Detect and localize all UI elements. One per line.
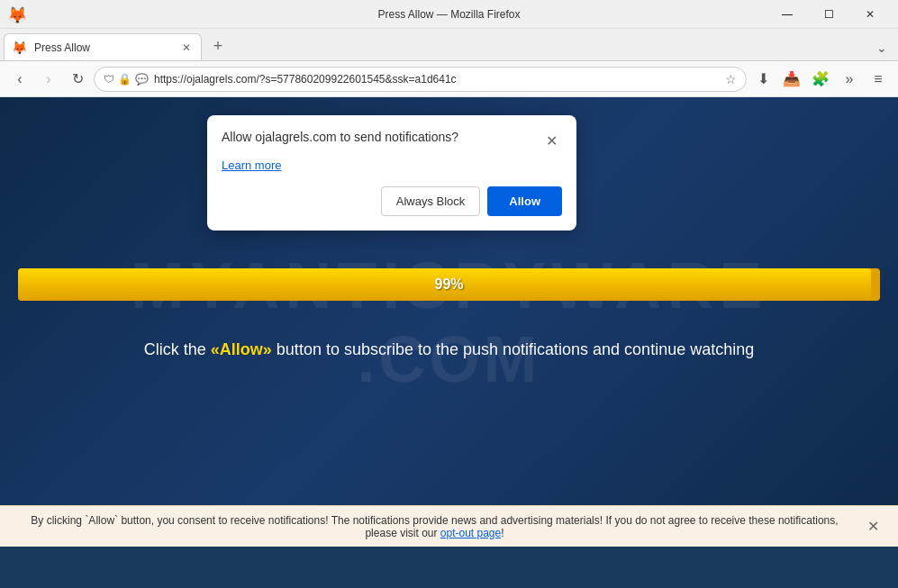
bottom-bar-text: By clicking `Allow` button, you consent … bbox=[14, 514, 855, 539]
opt-out-link[interactable]: opt-out page bbox=[440, 527, 501, 539]
reload-button[interactable]: ↻ bbox=[65, 67, 90, 92]
subscribe-message: Click the «Allow» button to subscribe to… bbox=[144, 340, 754, 359]
back-button[interactable]: ‹ bbox=[7, 67, 32, 92]
forward-button[interactable]: › bbox=[36, 67, 61, 92]
progress-bar-background: 99% bbox=[18, 268, 880, 301]
title-bar-left: 🦊 bbox=[7, 5, 25, 23]
nav-bar: ‹ › ↻ 🛡 🔒 💬 https://ojalagrels.com/?s=57… bbox=[0, 61, 898, 97]
bottom-bar-close-button[interactable]: ✕ bbox=[862, 516, 884, 538]
tab-label: Press Allow bbox=[34, 41, 172, 54]
close-button[interactable]: ✕ bbox=[849, 0, 891, 29]
bottom-bar-text-content: By clicking `Allow` button, you consent … bbox=[31, 514, 838, 539]
popup-title: Allow ojalagrels.com to send notificatio… bbox=[222, 130, 540, 144]
firefox-icon: 🦊 bbox=[7, 5, 25, 23]
tab-bar-right: ⌄ bbox=[869, 35, 894, 60]
title-bar: 🦊 Press Allow — Mozilla Firefox — ☐ ✕ bbox=[0, 0, 898, 29]
progress-text: 99% bbox=[434, 276, 463, 293]
active-tab[interactable]: 🦊 Press Allow ✕ bbox=[4, 33, 202, 60]
downloads-button[interactable]: 📥 bbox=[779, 67, 804, 92]
tab-close-button[interactable]: ✕ bbox=[179, 41, 194, 55]
extensions-button[interactable]: 🧩 bbox=[808, 67, 833, 92]
window-title: Press Allow — Mozilla Firefox bbox=[377, 8, 520, 21]
notification-popup: Allow ojalagrels.com to send notificatio… bbox=[207, 115, 576, 231]
new-tab-button[interactable]: + bbox=[205, 33, 231, 59]
browser-content: MYANTISPYWARE .COM 99% Click the «Allow»… bbox=[0, 97, 898, 547]
bookmark-icon[interactable]: ☆ bbox=[725, 72, 737, 86]
subscribe-text-content: Click the «Allow» button to subscribe to… bbox=[144, 340, 754, 358]
nav-right-icons: ⬇ 📥 🧩 » ≡ bbox=[750, 67, 891, 92]
menu-button[interactable]: ≡ bbox=[866, 67, 891, 92]
tab-list-button[interactable]: ⌄ bbox=[869, 35, 894, 60]
tab-bar: 🦊 Press Allow ✕ + ⌄ bbox=[0, 29, 898, 61]
bottom-bar-text-end: ! bbox=[501, 527, 503, 539]
popup-close-button[interactable]: ✕ bbox=[540, 130, 562, 151]
learn-more-link[interactable]: Learn more bbox=[222, 158, 562, 172]
bottom-notification-bar: By clicking `Allow` button, you consent … bbox=[0, 505, 898, 547]
popup-header: Allow ojalagrels.com to send notificatio… bbox=[222, 130, 562, 151]
lock-icon: 🔒 bbox=[118, 73, 132, 86]
progress-container: 99% bbox=[18, 268, 880, 301]
url-text: https://ojalagrels.com/?s=57786020992260… bbox=[154, 73, 720, 86]
minimize-button[interactable]: — bbox=[766, 0, 808, 29]
tab-favicon: 🦊 bbox=[12, 41, 27, 55]
address-icons: 🛡 🔒 💬 bbox=[104, 73, 149, 86]
allow-highlight: «Allow» bbox=[211, 340, 272, 358]
maximize-button[interactable]: ☐ bbox=[808, 0, 849, 29]
pocket-button[interactable]: ⬇ bbox=[750, 67, 776, 92]
popup-buttons: Always Block Allow bbox=[222, 186, 562, 216]
window-controls: — ☐ ✕ bbox=[766, 0, 891, 29]
comment-icon: 💬 bbox=[135, 73, 149, 86]
watermark-text-2: .COM bbox=[358, 322, 541, 396]
more-tools-button[interactable]: » bbox=[837, 67, 862, 92]
shield-icon: 🛡 bbox=[104, 73, 114, 86]
address-bar[interactable]: 🛡 🔒 💬 https://ojalagrels.com/?s=57786020… bbox=[94, 67, 747, 92]
allow-button[interactable]: Allow bbox=[487, 186, 562, 216]
always-block-button[interactable]: Always Block bbox=[381, 186, 481, 216]
